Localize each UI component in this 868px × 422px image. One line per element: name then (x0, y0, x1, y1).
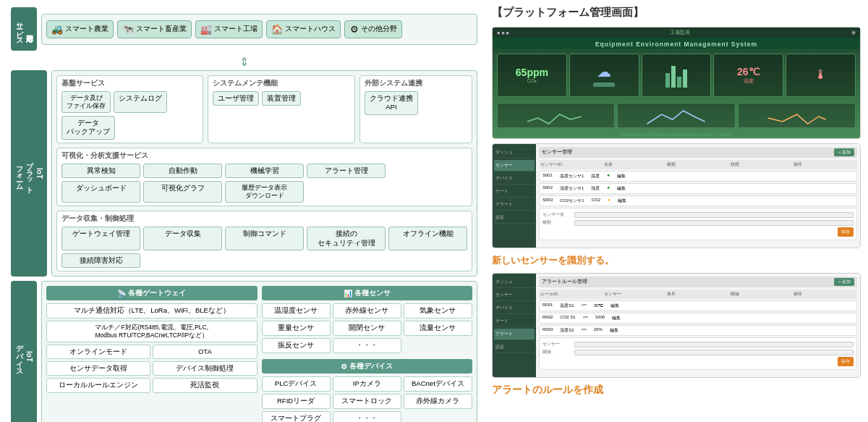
gateway-device-ctrl: デバイス制御処理 (153, 361, 257, 376)
form-row-type: 種類 (542, 219, 854, 226)
chart-1 (497, 103, 615, 128)
form-input-name[interactable] (574, 212, 854, 218)
table-row-2: S002湿度センサ1湿度●編集 (539, 183, 857, 194)
form-actions: 保存 (542, 227, 854, 237)
gateway-item-lte: マルチ通信対応（LTE、LoRa、WiFi、BLEなど） (46, 303, 258, 318)
alert-form-sensor[interactable] (574, 342, 854, 347)
farm-icon: 🚜 (51, 24, 63, 35)
device-label: IoTデバイス (11, 281, 37, 422)
gateway-sensor-get: センサデータ取得 (46, 361, 150, 376)
sensor-open: 開閉センサ (333, 321, 401, 336)
ml-card: 機械学習 (225, 164, 304, 178)
dashboard-card: ダッシュボード (61, 181, 140, 203)
sensor-block: 📊 各種センサ 温湿度センサ 赤外線センサ 気象センサ 重量センサ 開閉センサ … (262, 286, 473, 355)
caption-sensor: 新しいセンサーを識別する。 (492, 253, 861, 269)
device-ir-cam: 赤外線カメラ (404, 394, 472, 409)
table-header: センサー管理 ＋追加 (539, 147, 857, 158)
service-card-factory: 🏭 スマート工場 (195, 20, 263, 38)
alert-form-row-1: センサー (542, 341, 854, 347)
sensor-temp: 温湿度センサ (262, 303, 331, 318)
sidebar-item-active: センサー (494, 160, 535, 172)
devices-title: ⚙ 各種デバイス (262, 359, 473, 374)
placeholder-3 (388, 181, 467, 203)
right-panel: 【プラットフォーム管理画面】 ■ ■ ■ 工場監視 ◉ Equipment En… (485, 0, 868, 422)
gateway-section: 📡 各種ゲートウェイ マルチ通信対応（LTE、LoRa、WiFi、BLEなど） … (46, 286, 258, 422)
other-icon: ⚙ (350, 24, 359, 35)
gateway-item-multi: マルチ／F対応(RS485,電流、電圧,PLC,Modbus RTU/TCP,B… (46, 321, 258, 342)
screenshot-monitor: ■ ■ ■ 工場監視 ◉ Equipment Environment Manag… (492, 27, 861, 139)
system-maint: システムメンテ機能 ユーザ管理 装置管理 (208, 75, 354, 143)
platform-section: IoTプラットフォーム 基盤サービス データ及びファイル保存 システムログ デー… (11, 70, 477, 277)
devices-grid: PLCデバイス IPカメラ BACnetデバイス RFIDリーダ スマートロック… (262, 376, 473, 422)
platform-content: 基盤サービス データ及びファイル保存 システムログ データバックアップ システム… (51, 70, 477, 277)
down-arrow: ⇕ (11, 55, 477, 69)
auto-action-card: 自動作動 (143, 164, 222, 178)
chart-2 (617, 103, 735, 128)
sensor-weather: 気象センサ (404, 303, 472, 318)
security-card: 接続のセキュリティ管理 (307, 227, 386, 250)
alert-col-headers: ルールID センサー 条件 閾値 操作 (539, 290, 857, 299)
gateway-manage-card: ゲートウェイ管理 (61, 227, 140, 250)
alert-add-button[interactable]: ＋追加 (834, 278, 854, 286)
alert-form-row-2: 閾値 (542, 349, 854, 355)
alert-sidebar-5: 設定 (494, 342, 535, 353)
data-collect-card: データ収集 (143, 227, 222, 250)
device-smart-plug: スマートプラグ (262, 411, 331, 422)
sidebar-item-4: アラート (494, 199, 535, 211)
sidebar-item-2: デバイス (494, 173, 535, 185)
device-plc: PLCデバイス (262, 376, 331, 392)
cloud-api-card: クラウド連携API (365, 91, 418, 115)
device-content: 📡 各種ゲートウェイ マルチ通信対応（LTE、LoRa、WiFi、BLEなど） … (41, 281, 477, 422)
system-log-card: システムログ (114, 91, 167, 113)
external-system: 外部システム連携 クラウド連携API (359, 75, 472, 143)
top-section: 応用分野 サービス 🚜 スマート農業 🐄 スマート畜産業 🏭 スマート工場 🏠 … (11, 7, 477, 51)
alert-form-actions: 保存 (542, 357, 854, 366)
alert-sidebar-3: デバイス (494, 303, 535, 314)
devices-icon: ⚙ (341, 363, 347, 371)
services-container: 🚜 スマート農業 🐄 スマート畜産業 🏭 スマート工場 🏠 スマートハウス ⚙ … (41, 14, 477, 45)
external-cards: クラウド連携API (365, 91, 467, 115)
alert-form-submit[interactable]: 保存 (838, 357, 854, 366)
factory-icon: 🏭 (200, 24, 212, 35)
monitor-screen: ■ ■ ■ 工場監視 ◉ Equipment Environment Manag… (493, 28, 860, 138)
table-sidebar: ダッシュ センサー デバイス ゲート アラート 設定 (493, 144, 536, 248)
co2-widget: 65ppm CO₂ (497, 54, 567, 97)
alert-header: アラートルール管理 ＋追加 (539, 277, 857, 287)
table-row-3: S003CO2センサ1CO2●編集 (539, 195, 857, 206)
form-input-type[interactable] (574, 220, 854, 226)
offline-card: オフライン機能 (388, 227, 467, 250)
monitor-footer: Equipment Environment Management System (493, 130, 860, 138)
alert-form-threshold[interactable] (574, 350, 854, 355)
user-manage-card: ユーザ管理 (213, 91, 259, 106)
control-cmd-card: 制御コマンド (225, 227, 304, 250)
screenshot-table: ダッシュ センサー デバイス ゲート アラート 設定 センサー管理 ＋追加 セン… (492, 143, 861, 248)
device-more: ・・・ (333, 411, 401, 422)
device-manage-card: 装置管理 (262, 91, 301, 106)
sidebar-item-3: ゲート (494, 186, 535, 198)
device-ipcam: IPカメラ (333, 376, 401, 392)
sensor-grid: 温湿度センサ 赤外線センサ 気象センサ 重量センサ 開閉センサ 流量センサ 振反… (262, 303, 473, 353)
gateway-monitor: 死活監視 (153, 378, 257, 392)
sidebar-item-5: 設定 (494, 212, 535, 224)
co2-value: 65ppm (516, 67, 548, 78)
form-submit-button[interactable]: 保存 (838, 227, 854, 237)
alert-sidebar-2: センサー (494, 290, 535, 301)
gateway-ota: OTA (153, 345, 257, 359)
placeholder-1 (388, 164, 467, 178)
monitor-main-title: Equipment Environment Management System (493, 38, 860, 49)
alert-content: ルールID センサー 条件 閾値 操作 R001温度S1>=35℃編集 R002… (539, 290, 857, 374)
monitor-top-bar: ■ ■ ■ 工場監視 ◉ (493, 28, 860, 38)
data-collect-cards: ゲートウェイ管理 データ収集 制御コマンド 接続のセキュリティ管理 オフライン機… (61, 227, 467, 268)
therm-widget: 🌡 (786, 54, 856, 97)
add-button[interactable]: ＋追加 (834, 148, 854, 156)
left-panel: 応用分野 サービス 🚜 スマート農業 🐄 スマート畜産業 🏭 スマート工場 🏠 … (0, 0, 485, 422)
sensor-vibe: 振反センサ (262, 338, 331, 353)
gateway-local-rule: ローカルルールエンジン (46, 378, 150, 392)
device-placeholder (404, 411, 472, 422)
cloud-widget: ☁ (569, 54, 639, 97)
bar-widget (642, 54, 712, 97)
sensor-more: ・・・ (333, 338, 401, 353)
temp-widget: 26℃ 温度 (713, 54, 783, 97)
gateway-title: 📡 各種ゲートウェイ (46, 286, 258, 300)
data-collect-section: データ収集・制御処理 ゲートウェイ管理 データ収集 制御コマンド 接続のセキュリ… (56, 211, 472, 271)
